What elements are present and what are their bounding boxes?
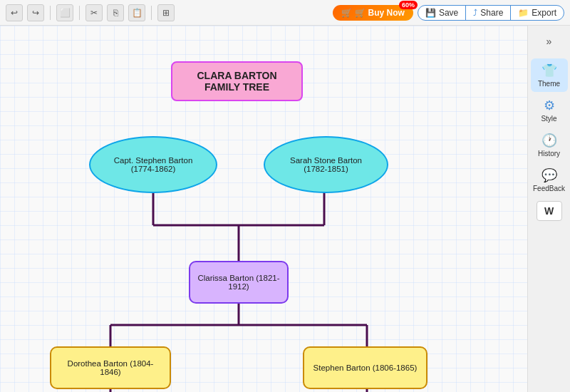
paste-button[interactable]: 📋: [128, 4, 145, 21]
divider-3: [151, 6, 152, 20]
save-icon: 💾: [425, 8, 436, 18]
dorothea-label: Dorothea Barton (1804-1846): [58, 359, 162, 376]
theme-icon: 👕: [542, 63, 557, 78]
redo-button[interactable]: ↪: [27, 4, 44, 21]
w-button[interactable]: W: [537, 201, 562, 221]
cut-button[interactable]: ✂: [86, 4, 103, 21]
w-label: W: [544, 205, 554, 217]
export-label: Export: [532, 8, 556, 18]
clarissa-label: Clarissa Barton (1821-1912): [197, 274, 280, 291]
undo-button[interactable]: ↩: [6, 4, 23, 21]
select-button[interactable]: ⬜: [56, 4, 73, 21]
feedback-icon: 💬: [542, 167, 557, 183]
sidebar-item-theme[interactable]: 👕 Theme: [531, 58, 568, 92]
sidebar: » 👕 Theme ⚙ Style 🕐 History 💬 FeedBack W: [527, 26, 570, 392]
share-button[interactable]: ⤴ Share: [466, 6, 511, 20]
clarissa-node[interactable]: Clarissa Barton (1821-1912): [189, 261, 289, 304]
share-label: Share: [480, 8, 503, 18]
feedback-label: FeedBack: [533, 185, 565, 192]
save-label: Save: [439, 8, 458, 18]
stephen-label: Stephen Barton (1806-1865): [314, 363, 418, 372]
history-label: History: [538, 150, 560, 158]
stephen-node[interactable]: Stephen Barton (1806-1865): [303, 346, 428, 389]
cart-icon: 🛒: [341, 8, 352, 18]
chevron-right-icon: »: [546, 36, 552, 47]
father-node[interactable]: Capt. Stephen Barton(1774-1862): [89, 136, 217, 193]
copy-button[interactable]: ⎘: [107, 4, 124, 21]
sidebar-item-style[interactable]: ⚙ Style: [531, 93, 568, 127]
divider-1: [50, 6, 51, 20]
grid-button[interactable]: ⊞: [157, 4, 175, 21]
sale-badge: 60%: [399, 1, 418, 9]
father-label: Capt. Stephen Barton(1774-1862): [114, 156, 193, 173]
title-node[interactable]: CLARA BARTON FAMILY TREE: [171, 61, 303, 101]
action-group: 💾 Save ⤴ Share 📁 Export: [418, 5, 564, 21]
buy-now-button[interactable]: 🛒 🛒 Buy Now 60%: [333, 5, 413, 21]
sidebar-item-history[interactable]: 🕐 History: [531, 128, 568, 162]
mother-node[interactable]: Sarah Stone Barton(1782-1851): [264, 136, 388, 193]
canvas[interactable]: CLARA BARTON FAMILY TREE Capt. Stephen B…: [0, 26, 527, 392]
style-icon: ⚙: [544, 98, 555, 113]
save-button[interactable]: 💾 Save: [418, 6, 466, 20]
export-button[interactable]: 📁 Export: [511, 6, 564, 20]
buy-now-label: 🛒 Buy Now: [355, 8, 405, 18]
title-text: CLARA BARTON FAMILY TREE: [197, 70, 277, 93]
share-icon: ⤴: [473, 8, 477, 18]
divider-2: [79, 6, 80, 20]
theme-label: Theme: [538, 80, 560, 88]
sidebar-collapse-button[interactable]: »: [537, 31, 562, 51]
toolbar: ↩ ↪ ⬜ ✂ ⎘ 📋 ⊞ 🛒 🛒 Buy Now 60% 💾 Save ⤴ S…: [0, 0, 570, 26]
history-icon: 🕐: [542, 133, 557, 148]
main-area: CLARA BARTON FAMILY TREE Capt. Stephen B…: [0, 26, 570, 392]
style-label: Style: [541, 115, 556, 123]
dorothea-node[interactable]: Dorothea Barton (1804-1846): [50, 346, 171, 389]
mother-label: Sarah Stone Barton(1782-1851): [290, 156, 362, 173]
export-icon: 📁: [518, 8, 529, 18]
sidebar-item-feedback[interactable]: 💬 FeedBack: [531, 163, 568, 197]
